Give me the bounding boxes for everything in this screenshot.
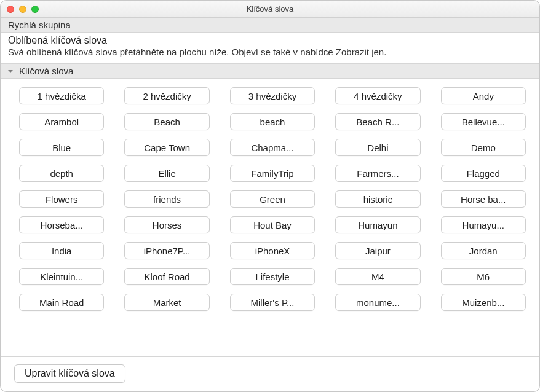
keyword-tag[interactable]: Kloof Road: [124, 268, 209, 285]
close-button[interactable]: [7, 6, 14, 13]
keyword-tag[interactable]: Horse ba...: [441, 190, 526, 208]
footer: Upravit klíčová slova: [1, 356, 539, 391]
keyword-tag[interactable]: Humayun: [335, 216, 420, 233]
edit-keywords-button[interactable]: Upravit klíčová slova: [14, 364, 125, 383]
keyword-tag[interactable]: 3 hvězdičky: [230, 87, 315, 104]
chevron-down-icon[interactable]: [7, 68, 14, 75]
keyword-tag[interactable]: depth: [19, 165, 104, 182]
keyword-tag[interactable]: Andy: [441, 87, 526, 104]
keyword-tag[interactable]: Market: [124, 294, 209, 311]
maximize-button[interactable]: [31, 6, 39, 13]
keyword-tag[interactable]: Cape Town: [124, 139, 209, 156]
keyword-tag[interactable]: Humayu...: [441, 216, 526, 233]
keyword-tag[interactable]: M6: [441, 268, 526, 285]
keyword-tag[interactable]: 2 hvězdičky: [124, 87, 209, 104]
keyword-tag[interactable]: Horseba...: [19, 216, 104, 233]
keyword-tag[interactable]: Jaipur: [335, 242, 420, 259]
keyword-tag[interactable]: Lifestyle: [230, 268, 315, 285]
keyword-tag[interactable]: 4 hvězdičky: [335, 87, 420, 104]
quick-group-header[interactable]: Rychlá skupina: [1, 18, 539, 33]
keyword-tag[interactable]: Delhi: [335, 139, 420, 156]
keyword-tag[interactable]: monume...: [335, 294, 420, 311]
keyword-tag[interactable]: Bellevue...: [441, 113, 526, 130]
keyword-tag[interactable]: Ellie: [124, 165, 209, 182]
keyword-tag[interactable]: Green: [230, 190, 315, 208]
keyword-tag[interactable]: iPhoneX: [230, 242, 315, 259]
keyword-tag[interactable]: iPhone7P...: [124, 242, 209, 259]
keyword-tag[interactable]: FamilyTrip: [230, 165, 315, 182]
keyword-tag[interactable]: Hout Bay: [230, 216, 315, 233]
keyword-tag[interactable]: Jordan: [441, 242, 526, 259]
keyword-tag[interactable]: M4: [335, 268, 420, 285]
traffic-lights: [7, 6, 39, 13]
keyword-tag[interactable]: Kleintuin...: [19, 268, 104, 285]
minimize-button[interactable]: [19, 6, 26, 13]
favorites-section: Oblíbená klíčová slova Svá oblíbená klíč…: [1, 33, 539, 64]
keyword-tag[interactable]: 1 hvězdička: [19, 87, 104, 104]
keywords-grid: 1 hvězdička2 hvězdičky3 hvězdičky4 hvězd…: [1, 79, 539, 356]
keyword-tag[interactable]: Main Road: [19, 294, 104, 311]
keyword-tag[interactable]: Flagged: [441, 165, 526, 182]
window-titlebar: Klíčová slova: [1, 1, 539, 18]
keyword-tag[interactable]: Beach R...: [335, 113, 420, 130]
keyword-tag[interactable]: India: [19, 242, 104, 259]
keyword-tag[interactable]: Chapma...: [230, 139, 315, 156]
keyword-tag[interactable]: Beach: [124, 113, 209, 130]
keywords-section-label: Klíčová slova: [19, 66, 73, 76]
keyword-tag[interactable]: Horses: [124, 216, 209, 233]
keyword-tag[interactable]: Blue: [19, 139, 104, 156]
keyword-tag[interactable]: Arambol: [19, 113, 104, 130]
keyword-tag[interactable]: Muizenb...: [441, 294, 526, 311]
favorites-title: Oblíbená klíčová slova: [8, 35, 532, 46]
favorites-description: Svá oblíbená klíčová slova přetáhněte na…: [8, 47, 532, 57]
window-title: Klíčová slova: [1, 4, 539, 14]
keyword-tag[interactable]: Flowers: [19, 190, 104, 208]
keyword-tag[interactable]: beach: [230, 113, 315, 130]
keyword-tag[interactable]: Farmers...: [335, 165, 420, 182]
keyword-tag[interactable]: Miller's P...: [230, 294, 315, 311]
keyword-tag[interactable]: historic: [335, 190, 420, 208]
keyword-tag[interactable]: Demo: [441, 139, 526, 156]
keywords-section-header[interactable]: Klíčová slova: [1, 64, 539, 79]
keyword-tag[interactable]: friends: [124, 190, 209, 208]
